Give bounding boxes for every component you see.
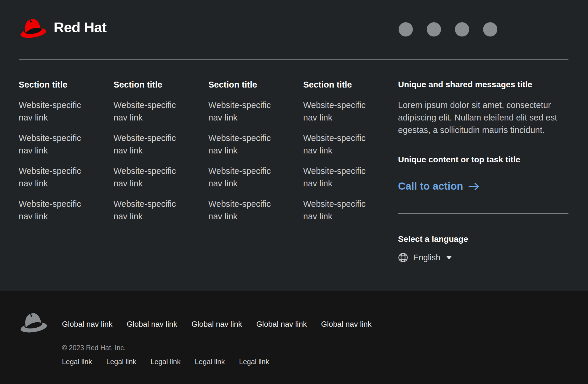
social-icon-placeholder[interactable] [455,22,469,37]
global-nav-link[interactable]: Global nav link [62,319,113,329]
legal-link[interactable]: Legal link [151,357,180,366]
website-nav-link[interactable]: Website-specific nav link [19,132,95,157]
section-title: Section title [303,78,398,91]
redhat-logo[interactable]: Red Hat [19,17,106,40]
global-nav-row: Global nav link Global nav link Global n… [62,319,588,329]
website-nav-link[interactable]: Website-specific nav link [303,165,380,190]
social-icon-placeholder[interactable] [427,22,441,37]
website-nav-link[interactable]: Website-specific nav link [303,132,380,157]
header-divider [19,59,568,60]
messages-title: Unique and shared messages title [398,78,568,91]
nav-column-1: Section title Website-specific nav link … [19,78,114,263]
globe-icon [398,253,408,263]
legal-link[interactable]: Legal link [106,357,136,366]
website-nav-link[interactable]: Website-specific nav link [208,198,285,223]
language-section-title: Select a language [398,233,568,245]
website-nav-link[interactable]: Website-specific nav link [208,99,285,124]
language-selector[interactable]: English [398,253,452,263]
call-to-action-link[interactable]: Call to action [398,179,480,193]
footer-upper-region: Red Hat Section title Website-specific n… [0,0,588,291]
global-nav-link[interactable]: Global nav link [127,319,178,329]
messages-body: Lorem ipsum dolor sit amet, consectetur … [398,99,568,136]
nav-column-4: Section title Website-specific nav link … [303,78,398,263]
section-title: Section title [208,78,303,91]
footer-columns: Section title Website-specific nav link … [19,78,568,263]
section-title: Section title [19,78,114,91]
info-panel: Unique and shared messages title Lorem i… [398,78,568,263]
social-icon-placeholder[interactable] [399,22,413,37]
section-title: Section title [114,78,208,91]
website-nav-link[interactable]: Website-specific nav link [114,165,190,190]
red-fedora-icon [19,17,47,39]
call-to-action-label: Call to action [398,179,463,193]
social-icon-placeholder[interactable] [483,22,497,37]
website-nav-link[interactable]: Website-specific nav link [19,165,95,190]
nav-column-2: Section title Website-specific nav link … [114,78,208,263]
legal-link[interactable]: Legal link [195,357,225,366]
website-nav-link[interactable]: Website-specific nav link [114,198,190,223]
website-nav-link[interactable]: Website-specific nav link [303,99,380,124]
legal-link[interactable]: Legal link [239,357,269,366]
website-nav-link[interactable]: Website-specific nav link [19,198,95,223]
footer-lower-region: Global nav link Global nav link Global n… [0,291,588,384]
footer-links-block: Global nav link Global nav link Global n… [62,291,588,366]
legal-link[interactable]: Legal link [62,357,92,366]
website-nav-link[interactable]: Website-specific nav link [114,99,190,124]
top-task-title: Unique content or top task title [398,153,568,166]
website-nav-link[interactable]: Website-specific nav link [19,99,95,124]
arrow-right-icon [468,182,480,191]
website-nav-link[interactable]: Website-specific nav link [208,165,285,190]
website-nav-link[interactable]: Website-specific nav link [208,132,285,157]
info-divider [398,213,568,214]
copyright-notice: © 2023 Red Hat, Inc. [62,343,588,352]
global-nav-link[interactable]: Global nav link [321,319,372,329]
global-nav-link[interactable]: Global nav link [191,319,242,329]
global-nav-link[interactable]: Global nav link [256,319,307,329]
caret-down-icon [446,256,452,259]
selected-language: English [413,253,440,263]
social-icons-group [399,22,497,37]
website-nav-link[interactable]: Website-specific nav link [114,132,190,157]
nav-column-3: Section title Website-specific nav link … [208,78,303,263]
gray-fedora-icon [19,311,48,334]
logo-wordmark: Red Hat [54,20,106,37]
legal-links-row: Legal link Legal link Legal link Legal l… [62,357,588,366]
website-nav-link[interactable]: Website-specific nav link [303,198,380,223]
